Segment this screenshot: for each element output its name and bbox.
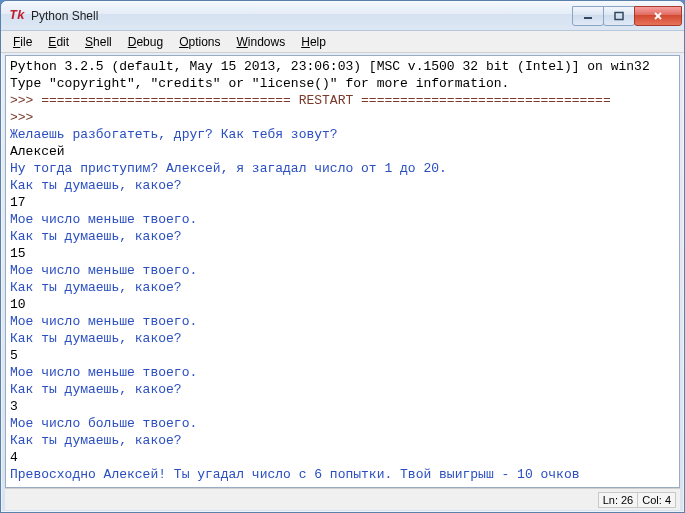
- status-col: Col: 4: [637, 492, 676, 508]
- terminal-line: Как ты думаешь, какое?: [10, 330, 675, 347]
- terminal-line: Python 3.2.5 (default, May 15 2013, 23:0…: [10, 58, 675, 75]
- close-button[interactable]: [634, 6, 682, 26]
- terminal-line: Как ты думаешь, какое?: [10, 432, 675, 449]
- terminal-line: 10: [10, 296, 675, 313]
- maximize-button[interactable]: [603, 6, 635, 26]
- terminal-line: Мое число меньше твоего.: [10, 262, 675, 279]
- content-area: Python 3.2.5 (default, May 15 2013, 23:0…: [5, 55, 680, 488]
- ln-value: 26: [621, 494, 633, 506]
- terminal-line: Как ты думаешь, какое?: [10, 228, 675, 245]
- terminal-line: 5: [10, 347, 675, 364]
- menu-windows[interactable]: Windows: [229, 33, 294, 51]
- terminal-line: Мое число меньше твоего.: [10, 364, 675, 381]
- window-title: Python Shell: [31, 9, 573, 23]
- terminal-line: Превосходно Алексей! Ты угадал число с 6…: [10, 466, 675, 483]
- terminal-line: Как ты думаешь, какое?: [10, 381, 675, 398]
- menubar: FileEditShellDebugOptionsWindowsHelp: [1, 31, 684, 53]
- terminal-line: >>>: [10, 483, 675, 487]
- terminal-line: Алексей: [10, 143, 675, 160]
- titlebar[interactable]: Tk Python Shell: [1, 1, 684, 31]
- terminal-line: Как ты думаешь, какое?: [10, 177, 675, 194]
- app-icon: Tk: [9, 8, 25, 24]
- terminal-line: >>>: [10, 109, 675, 126]
- terminal-line: 3: [10, 398, 675, 415]
- terminal-line: >>> ================================ RES…: [10, 92, 675, 109]
- svg-rect-1: [615, 12, 623, 19]
- col-label: Col:: [642, 494, 662, 506]
- terminal-output[interactable]: Python 3.2.5 (default, May 15 2013, 23:0…: [6, 56, 679, 487]
- terminal-line: Желаешь разбогатеть, друг? Как тебя зову…: [10, 126, 675, 143]
- terminal-line: 15: [10, 245, 675, 262]
- menu-help[interactable]: Help: [293, 33, 334, 51]
- menu-shell[interactable]: Shell: [77, 33, 120, 51]
- terminal-line: Мое число меньше твоего.: [10, 211, 675, 228]
- window-frame: Tk Python Shell FileEditShellDebugOption…: [0, 0, 685, 513]
- menu-file[interactable]: File: [5, 33, 40, 51]
- status-line: Ln: 26: [598, 492, 639, 508]
- col-value: 4: [665, 494, 671, 506]
- ln-label: Ln:: [603, 494, 618, 506]
- statusbar: Ln: 26 Col: 4: [5, 488, 680, 510]
- menu-debug[interactable]: Debug: [120, 33, 171, 51]
- terminal-line: Type "copyright", "credits" or "license(…: [10, 75, 675, 92]
- terminal-line: Мое число меньше твоего.: [10, 313, 675, 330]
- window-controls: [573, 6, 682, 26]
- terminal-line: Ну тогда приступим? Алексей, я загадал ч…: [10, 160, 675, 177]
- minimize-button[interactable]: [572, 6, 604, 26]
- menu-edit[interactable]: Edit: [40, 33, 77, 51]
- terminal-line: 4: [10, 449, 675, 466]
- menu-options[interactable]: Options: [171, 33, 228, 51]
- terminal-line: 17: [10, 194, 675, 211]
- terminal-line: Мое число больше твоего.: [10, 415, 675, 432]
- terminal-line: Как ты думаешь, какое?: [10, 279, 675, 296]
